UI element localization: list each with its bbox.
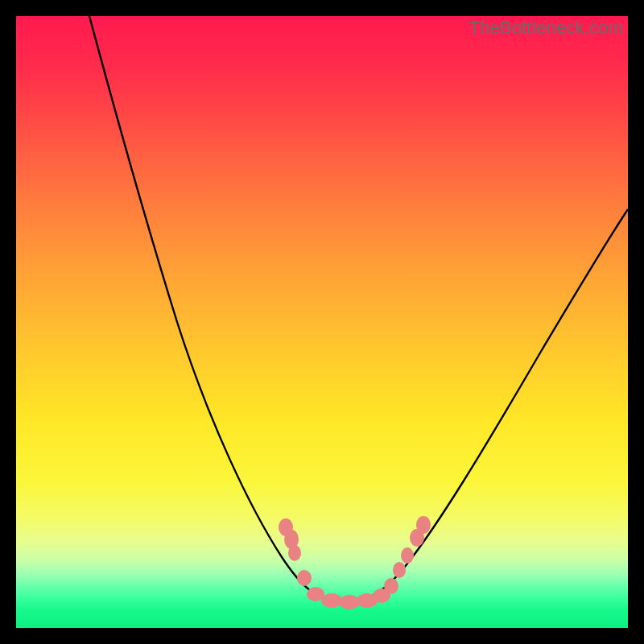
watermark-text: TheBottleneck.com: [469, 18, 623, 39]
svg-point-11: [401, 547, 414, 564]
svg-point-10: [393, 562, 406, 578]
svg-point-2: [288, 545, 301, 561]
svg-point-9: [384, 578, 398, 594]
svg-point-3: [297, 570, 312, 586]
bottleneck-curve-svg: [16, 16, 628, 628]
chart-frame: TheBottleneck.com: [0, 0, 644, 644]
svg-point-5: [321, 593, 342, 608]
bottleneck-curve-path: [89, 16, 628, 602]
plot-area: TheBottleneck.com: [16, 16, 628, 628]
svg-point-13: [416, 516, 431, 534]
curve-markers: [279, 516, 431, 609]
svg-point-6: [339, 595, 360, 609]
